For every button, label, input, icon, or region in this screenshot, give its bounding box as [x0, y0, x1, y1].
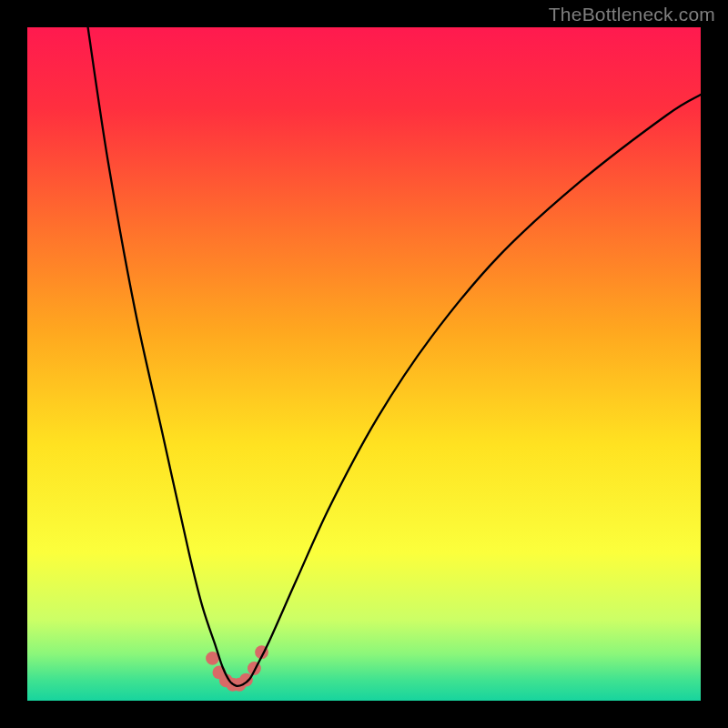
watermark-label: TheBottleneck.com	[549, 4, 715, 25]
chart-overlay	[27, 27, 701, 701]
chart-frame: TheBottleneck.com	[0, 0, 728, 728]
main-curve	[88, 27, 701, 686]
plot-area	[27, 27, 701, 701]
bottom-dots-group	[206, 645, 268, 691]
